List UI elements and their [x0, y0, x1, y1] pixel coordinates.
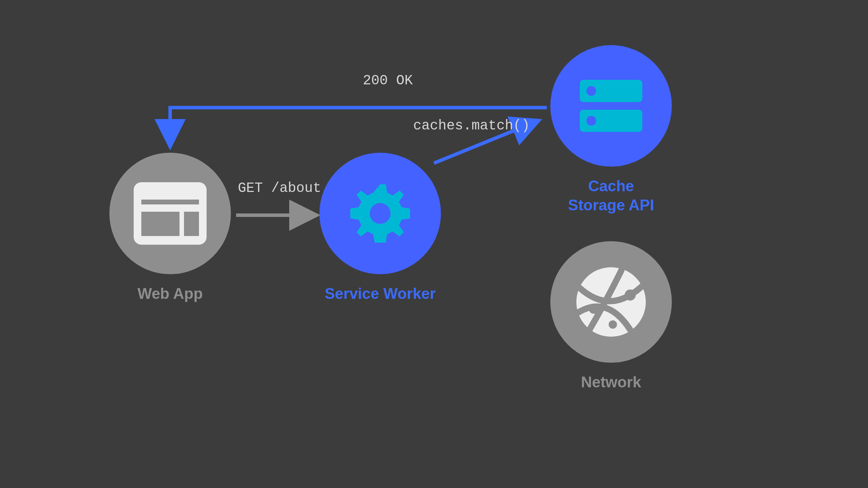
- svg-rect-1: [141, 200, 199, 204]
- svg-point-12: [609, 320, 617, 329]
- node-cache-storage: Cache Storage API: [545, 45, 677, 214]
- svg-point-11: [589, 304, 599, 314]
- svg-rect-2: [141, 212, 180, 236]
- service-worker-label: Service Worker: [314, 284, 446, 303]
- label-caches-match: caches.match(): [413, 118, 530, 134]
- cache-storage-circle: [550, 45, 672, 167]
- label-200-ok: 200 OK: [363, 73, 413, 89]
- svg-point-6: [586, 86, 596, 96]
- storage-icon: [575, 71, 648, 141]
- svg-point-8: [586, 116, 596, 126]
- web-app-circle: [109, 153, 231, 274]
- node-web-app: Web App: [104, 153, 236, 303]
- network-label: Network: [545, 372, 677, 392]
- service-worker-circle: [319, 153, 441, 274]
- browser-window-icon: [134, 182, 207, 245]
- gear-icon: [345, 179, 415, 248]
- svg-point-10: [625, 289, 636, 301]
- web-app-label: Web App: [104, 284, 236, 303]
- cache-storage-label: Cache Storage API: [545, 176, 677, 214]
- network-circle: [550, 241, 672, 363]
- svg-point-4: [370, 203, 391, 224]
- network-globe-icon: [569, 260, 653, 344]
- label-get-about: GET /about: [238, 180, 321, 196]
- svg-rect-3: [184, 212, 199, 236]
- node-network: Network: [545, 241, 677, 392]
- node-service-worker: Service Worker: [314, 153, 446, 303]
